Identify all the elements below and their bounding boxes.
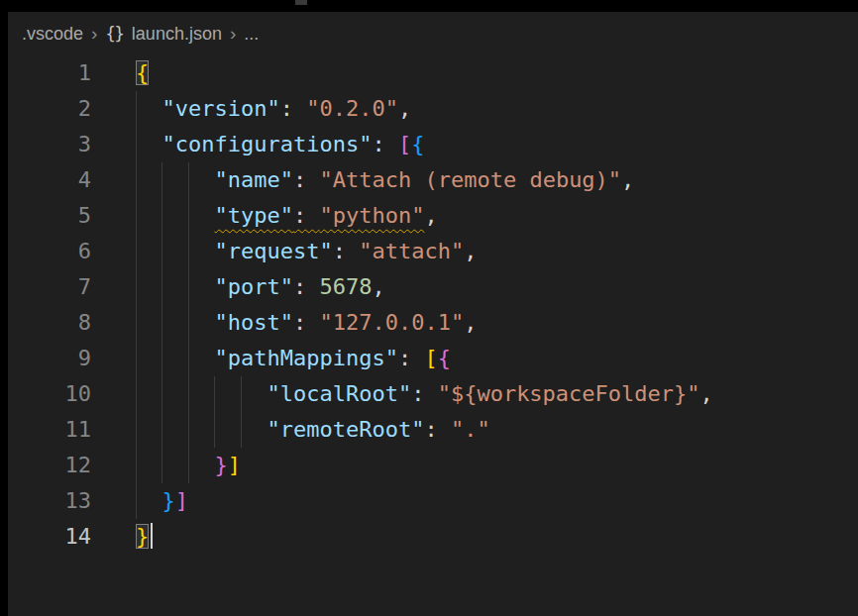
code-line[interactable]: 7 "port": 5678, <box>8 269 858 305</box>
indent-guide <box>136 269 137 305</box>
indent-guide <box>136 198 137 234</box>
indent-guide <box>188 162 189 198</box>
code-content[interactable]: "localRoot": "${workspaceFolder}", <box>91 376 858 412</box>
vscode-editor-window: .vscode › {} launch.json › ... 1{2 "vers… <box>0 0 858 616</box>
indent-guide <box>161 162 162 198</box>
code-token: [ <box>424 346 437 370</box>
code-content[interactable]: "version": "0.2.0", <box>91 91 858 127</box>
indent-guide <box>161 269 162 305</box>
line-number[interactable]: 9 <box>8 341 91 376</box>
line-number[interactable]: 1 <box>8 55 91 91</box>
code-line[interactable]: 10 "localRoot": "${workspaceFolder}", <box>8 376 858 412</box>
code-line[interactable]: 8 "host": "127.0.0.1", <box>8 305 858 341</box>
code-line[interactable]: 4 "name": "Attach (remote debug)", <box>8 162 858 198</box>
line-number[interactable]: 10 <box>8 376 91 412</box>
line-number[interactable]: 14 <box>8 519 91 555</box>
line-number[interactable]: 4 <box>8 162 91 198</box>
breadcrumb: .vscode › {} launch.json › ... <box>8 12 858 55</box>
indent-guide <box>136 341 137 376</box>
indent-whitespace <box>136 239 214 263</box>
code-line[interactable]: 12 }] <box>8 448 858 483</box>
code-content[interactable]: "pathMappings": [{ <box>91 341 858 376</box>
line-number[interactable]: 3 <box>8 127 91 162</box>
code-token: : <box>280 96 307 121</box>
indent-guide <box>136 162 137 198</box>
breadcrumb-folder[interactable]: .vscode <box>22 24 83 45</box>
code-line[interactable]: 11 "remoteRoot": "." <box>8 412 858 448</box>
line-number[interactable]: 11 <box>8 412 91 448</box>
code-content[interactable]: "configurations": [{ <box>91 127 858 162</box>
breadcrumb-file[interactable]: launch.json <box>132 24 222 45</box>
code-token: : <box>424 417 451 442</box>
line-number[interactable]: 12 <box>8 448 91 483</box>
window-left-edge <box>0 0 8 616</box>
indent-guide <box>241 376 242 412</box>
chevron-right-icon: › <box>230 24 236 43</box>
indent-whitespace <box>136 310 214 335</box>
code-token: : <box>293 203 320 228</box>
code-token: { <box>438 346 451 370</box>
code-token: "pathMappings" <box>214 346 397 370</box>
code-content[interactable]: "name": "Attach (remote debug)", <box>91 162 858 198</box>
line-number[interactable]: 2 <box>8 91 91 127</box>
code-token: , <box>621 167 634 192</box>
indent-guide <box>188 412 189 448</box>
line-number[interactable]: 8 <box>8 305 91 341</box>
code-editor[interactable]: 1{2 "version": "0.2.0",3 "configurations… <box>8 55 858 555</box>
code-content[interactable]: "host": "127.0.0.1", <box>91 305 858 341</box>
json-file-icon: {} <box>105 24 123 44</box>
code-token: : <box>372 132 398 156</box>
code-token: "${workspaceFolder}" <box>438 381 700 406</box>
indent-guide <box>161 341 162 376</box>
indent-guide <box>136 412 137 448</box>
code-token: "attach" <box>359 239 464 263</box>
code-token: , <box>464 239 477 263</box>
code-line[interactable]: 14} <box>8 519 858 555</box>
indent-guide <box>188 234 189 269</box>
code-content[interactable]: { <box>91 55 858 91</box>
line-number[interactable]: 6 <box>8 234 91 269</box>
indent-guide <box>188 376 189 412</box>
code-token: 5678 <box>319 274 372 299</box>
code-content[interactable]: "port": 5678, <box>91 269 858 305</box>
code-content[interactable]: "type": "python", <box>91 198 858 234</box>
code-content[interactable]: "request": "attach", <box>91 234 858 269</box>
indent-whitespace <box>136 381 267 406</box>
code-token: "configurations" <box>162 132 373 156</box>
line-number[interactable]: 5 <box>8 198 91 234</box>
indent-guide <box>136 234 137 269</box>
indent-whitespace <box>136 417 267 442</box>
code-token: "name" <box>214 167 292 192</box>
code-line[interactable]: 2 "version": "0.2.0", <box>8 91 858 127</box>
code-token: "type" <box>214 203 292 228</box>
code-line[interactable]: 3 "configurations": [{ <box>8 127 858 162</box>
code-line[interactable]: 5 "type": "python", <box>8 198 858 234</box>
indent-guide <box>136 483 137 519</box>
indent-whitespace <box>136 96 162 121</box>
code-token: : <box>293 167 320 192</box>
code-token: , <box>464 310 477 335</box>
code-content[interactable]: }] <box>91 483 858 519</box>
code-line[interactable]: 13 }] <box>8 483 858 519</box>
indent-guide <box>136 448 137 483</box>
breadcrumb-symbol-ellipsis[interactable]: ... <box>244 24 259 45</box>
code-token: "localRoot" <box>267 381 411 406</box>
indent-guide <box>136 91 137 127</box>
code-line[interactable]: 6 "request": "attach", <box>8 234 858 269</box>
indent-guide <box>161 198 162 234</box>
code-content[interactable]: "remoteRoot": "." <box>91 412 858 448</box>
code-content[interactable]: }] <box>91 448 858 483</box>
tab-bar-edge <box>0 0 858 12</box>
code-token: } <box>162 488 175 513</box>
code-token: "port" <box>214 274 292 299</box>
code-line[interactable]: 9 "pathMappings": [{ <box>8 341 858 376</box>
line-number[interactable]: 13 <box>8 483 91 519</box>
code-token: "python" <box>319 203 424 228</box>
line-number[interactable]: 7 <box>8 269 91 305</box>
indent-guide <box>161 412 162 448</box>
code-token: , <box>372 274 384 299</box>
indent-guide <box>161 234 162 269</box>
code-line[interactable]: 1{ <box>8 55 858 91</box>
indent-guide <box>188 305 189 341</box>
code-content[interactable]: } <box>91 519 858 555</box>
